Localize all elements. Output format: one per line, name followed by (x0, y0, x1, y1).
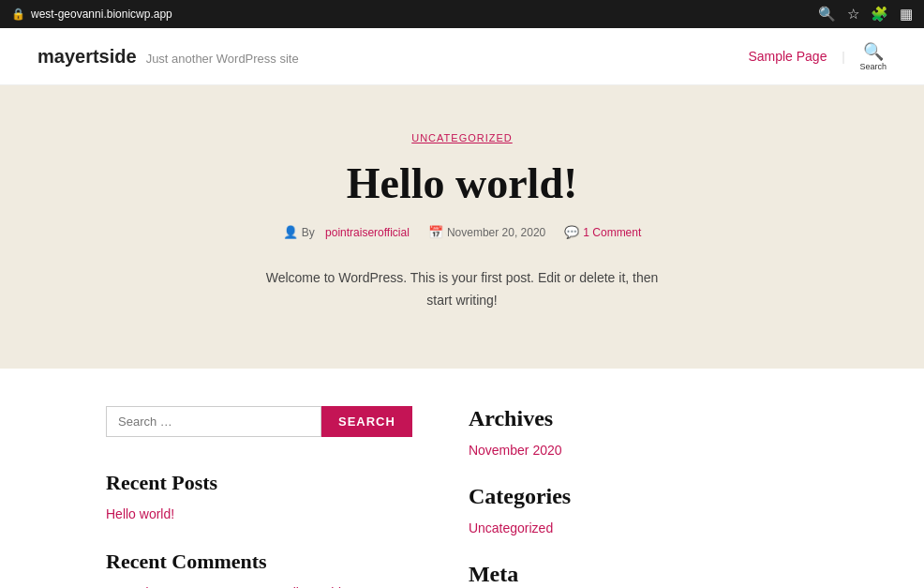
hero-title: Hello world! (19, 158, 905, 208)
header-search-button[interactable]: 🔍 Search (859, 41, 887, 71)
recent-posts-list: Hello world! (106, 506, 412, 521)
author-icon: 👤 (283, 225, 298, 239)
hero-section: UNCATEGORIZED Hello world! 👤 By pointrai… (0, 85, 924, 369)
menu-icon[interactable]: ▦ (900, 6, 913, 23)
search-widget: SEARCH (106, 406, 412, 437)
url-text: west-geovanni.bionicwp.app (31, 8, 172, 21)
hero-comments: 💬 1 Comment (564, 225, 641, 239)
category-link[interactable]: Uncategorized (469, 520, 553, 535)
search-button[interactable]: SEARCH (321, 406, 412, 437)
hero-text-line2: start writing! (426, 293, 497, 308)
categories-list: Uncategorized (469, 520, 818, 535)
archive-link[interactable]: November 2020 (469, 443, 562, 458)
post-date: November 20, 2020 (447, 226, 545, 239)
meta-widget: Meta Log in Entries feed Comments feed W… (469, 562, 818, 588)
recent-posts-title: Recent Posts (106, 471, 412, 495)
categories-widget: Categories Uncategorized (469, 484, 818, 535)
list-item: November 2020 (469, 443, 818, 458)
lock-icon: 🔒 (11, 8, 25, 21)
comment-entry: A WordPress Commenter on Hello world! (106, 585, 412, 588)
sample-page-link[interactable]: Sample Page (748, 49, 827, 64)
nav-divider: | (842, 49, 844, 65)
site-branding: mayertside Just another WordPress site (37, 46, 299, 68)
recent-comments-widget: Recent Comments A WordPress Commenter on… (106, 550, 412, 588)
hero-category[interactable]: UNCATEGORIZED (19, 132, 905, 143)
comment-post-link[interactable]: Hello world! (276, 585, 345, 588)
comments-link[interactable]: 1 Comment (583, 226, 641, 239)
archives-widget: Archives November 2020 (469, 406, 818, 458)
calendar-icon: 📅 (428, 225, 443, 239)
star-icon[interactable]: ☆ (847, 6, 859, 23)
on-text: on (258, 585, 273, 588)
comment-icon: 💬 (564, 225, 579, 239)
hero-content: Welcome to WordPress. This is your first… (228, 267, 696, 312)
search-browser-icon[interactable]: 🔍 (818, 6, 836, 23)
browser-address: 🔒 west-geovanni.bionicwp.app (11, 8, 172, 21)
list-item: Hello world! (106, 506, 412, 521)
extension-icon[interactable]: 🧩 (871, 6, 888, 23)
hero-text-line1: Welcome to WordPress. This is your first… (266, 270, 659, 285)
site-tagline: Just another WordPress site (146, 52, 299, 66)
categories-title: Categories (469, 484, 818, 509)
site-nav: Sample Page | 🔍 Search (748, 41, 887, 71)
hero-date: 📅 November 20, 2020 (428, 225, 545, 239)
recent-post-link[interactable]: Hello world! (106, 506, 174, 521)
main-wrapper: SEARCH Recent Posts Hello world! Recent … (87, 406, 837, 588)
comment-author-link[interactable]: A WordPress Commenter (106, 585, 254, 588)
meta-title: Meta (469, 562, 818, 587)
site-header: mayertside Just another WordPress site S… (0, 28, 924, 85)
browser-controls: 🔍 ☆ 🧩 ▦ (818, 6, 913, 23)
author-prefix: By (302, 226, 315, 239)
archives-list: November 2020 (469, 443, 818, 458)
browser-bar: 🔒 west-geovanni.bionicwp.app 🔍 ☆ 🧩 ▦ (0, 0, 924, 28)
site-title: mayertside (37, 46, 137, 68)
author-link[interactable]: pointraiserofficial (325, 226, 410, 239)
recent-posts-widget: Recent Posts Hello world! (106, 471, 412, 521)
search-label: Search (859, 62, 887, 71)
hero-author: 👤 By pointraiserofficial (283, 225, 410, 239)
list-item: Uncategorized (469, 520, 818, 535)
right-sidebar: Archives November 2020 Categories Uncate… (469, 406, 818, 588)
archives-title: Archives (469, 406, 818, 431)
left-sidebar: SEARCH Recent Posts Hello world! Recent … (106, 406, 412, 588)
recent-comments-title: Recent Comments (106, 550, 412, 574)
hero-meta: 👤 By pointraiserofficial 📅 November 20, … (19, 225, 905, 239)
search-input[interactable] (106, 406, 321, 437)
search-icon: 🔍 (863, 41, 884, 62)
